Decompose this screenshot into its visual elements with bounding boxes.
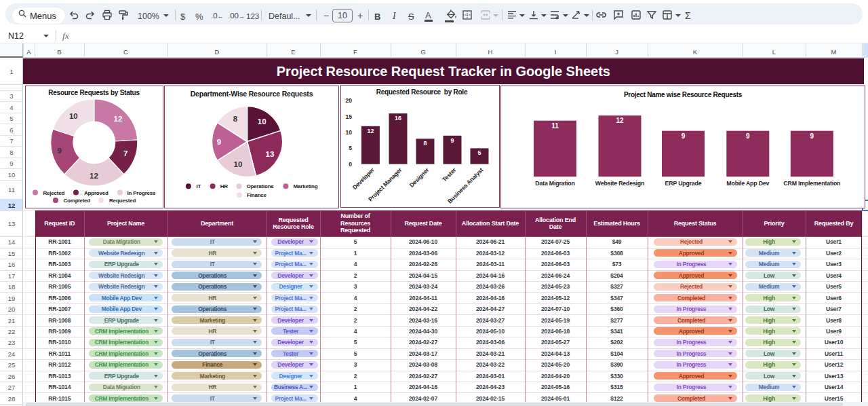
svg-text:7: 7 xyxy=(123,149,127,157)
svg-text:12: 12 xyxy=(616,117,624,124)
svg-text:Rejected: Rejected xyxy=(43,189,65,196)
svg-text:Mobile App Dev: Mobile App Dev xyxy=(726,179,769,186)
svg-text:CRM Implementation: CRM Implementation xyxy=(783,179,840,186)
svg-text:Data Migration: Data Migration xyxy=(535,179,574,186)
svg-text:Website Redesign: Website Redesign xyxy=(595,179,644,186)
svg-text:20: 20 xyxy=(346,97,353,104)
svg-text:Designer: Designer xyxy=(408,166,431,189)
svg-text:Finance: Finance xyxy=(247,192,267,198)
svg-text:15: 15 xyxy=(346,113,353,120)
svg-text:Marketing: Marketing xyxy=(294,183,318,189)
svg-text:ERP Upgrade: ERP Upgrade xyxy=(665,179,702,186)
svg-text:Requested: Requested xyxy=(109,197,136,203)
svg-text:9: 9 xyxy=(746,132,750,139)
svg-text:12: 12 xyxy=(367,128,374,134)
svg-text:Completed: Completed xyxy=(64,197,91,203)
svg-text:10: 10 xyxy=(234,160,243,168)
svg-text:5: 5 xyxy=(349,145,352,151)
svg-text:11: 11 xyxy=(551,122,559,129)
svg-text:Department-Wise Resource Reque: Department-Wise Resource Requests xyxy=(191,90,313,98)
svg-text:5: 5 xyxy=(477,149,481,156)
svg-text:16: 16 xyxy=(395,115,401,122)
svg-text:9: 9 xyxy=(217,137,221,145)
svg-text:HR: HR xyxy=(220,183,229,189)
svg-text:Tester: Tester xyxy=(441,166,458,183)
svg-text:IT: IT xyxy=(196,183,201,189)
svg-text:10: 10 xyxy=(346,129,353,136)
svg-text:9: 9 xyxy=(682,132,686,139)
svg-text:8: 8 xyxy=(423,140,427,147)
svg-text:Operations: Operations xyxy=(246,183,274,189)
svg-text:Requested Resource by Role: Requested Resource by Role xyxy=(376,88,468,96)
svg-text:Project Name wise Resource Req: Project Name wise Resource Requests xyxy=(624,91,743,98)
svg-text:Approved: Approved xyxy=(84,189,108,196)
svg-text:12: 12 xyxy=(90,172,98,180)
svg-text:Resource Requests by Status: Resource Requests by Status xyxy=(48,88,140,96)
svg-text:10: 10 xyxy=(69,111,78,119)
svg-text:9: 9 xyxy=(450,137,454,144)
svg-text:13: 13 xyxy=(266,149,275,158)
svg-text:9: 9 xyxy=(58,147,62,155)
svg-text:8: 8 xyxy=(233,114,238,122)
svg-text:10: 10 xyxy=(258,117,267,125)
svg-text:In Progress: In Progress xyxy=(127,189,157,196)
svg-text:9: 9 xyxy=(810,132,814,139)
svg-text:12: 12 xyxy=(114,115,123,123)
svg-text:Developer: Developer xyxy=(351,166,376,191)
svg-text:0: 0 xyxy=(349,161,352,168)
